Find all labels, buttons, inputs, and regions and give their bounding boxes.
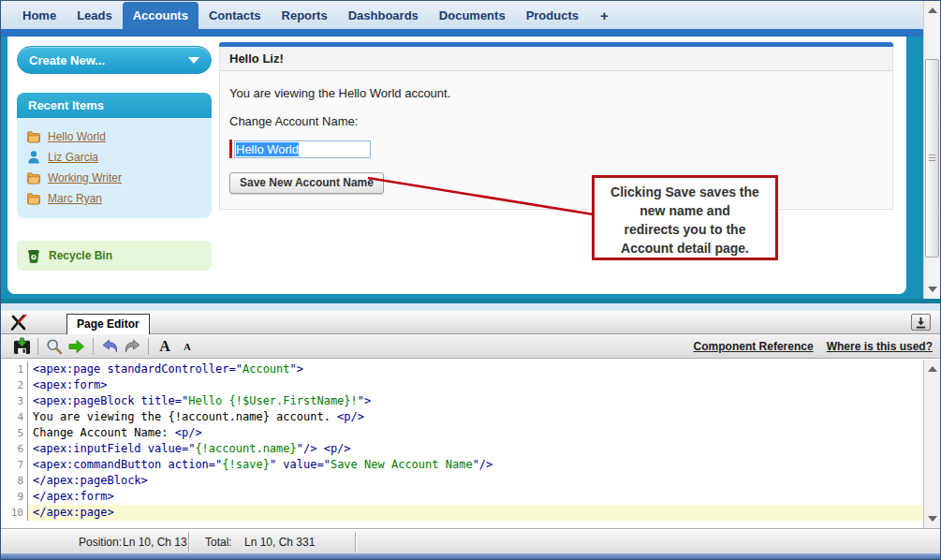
editor-links: Component Reference Where is this used? — [694, 334, 933, 359]
recent-item-link[interactable]: Liz Garcia — [48, 151, 98, 164]
recent-item-working-writer: Working Writer — [26, 168, 202, 188]
code-line-4[interactable]: 4You are viewing the {!account.name} acc… — [1, 409, 923, 425]
splitter-strip — [1, 303, 940, 311]
recent-item-hello-world: Hello World — [26, 126, 202, 147]
scroll-up-icon[interactable] — [924, 3, 940, 18]
recent-items-list: Hello WorldLiz GarciaWorking WriterMarc … — [17, 118, 212, 218]
code-text: <apex:form> — [27, 377, 923, 393]
code-line-5[interactable]: 5Change Account Name: <p/> — [1, 425, 923, 441]
redo-icon — [124, 339, 141, 354]
goto-line-button[interactable] — [66, 336, 88, 357]
toolbar-separator — [37, 338, 38, 355]
where-is-this-used-link[interactable]: Where is this used? — [827, 340, 933, 353]
recent-item-link[interactable]: Hello World — [48, 130, 106, 143]
add-tab-button[interactable]: + — [589, 2, 620, 29]
scrollbar-thumb[interactable] — [925, 59, 939, 258]
recent-items-header: Recent Items — [17, 93, 212, 118]
recent-item-marc-ryan: Marc Ryan — [26, 188, 202, 209]
recycle-bin[interactable]: Recycle Bin — [17, 241, 212, 271]
save-button[interactable] — [10, 336, 33, 357]
editor-status-bar: Position: Ln 10, Ch 13 Total: Ln 10, Ch … — [1, 528, 940, 555]
code-line-2[interactable]: 2<apex:form> — [1, 377, 923, 393]
code-line-10[interactable]: 10</apex:page> — [1, 505, 923, 521]
window-bottom-edge — [1, 553, 940, 559]
tab-documents[interactable]: Documents — [429, 2, 516, 29]
editor-toolbar: A A Component Reference Where is this us… — [1, 334, 940, 359]
code-editor[interactable]: 1<apex:page standardController="Account"… — [1, 360, 940, 528]
code-line-3[interactable]: 3<apex:pageBlock title="Hello {!$User.Fi… — [1, 393, 923, 409]
required-field-indicator — [229, 140, 232, 158]
account-name-input[interactable]: Hello World — [234, 140, 371, 158]
scroll-down-icon[interactable] — [924, 282, 940, 297]
preview-scrollbar[interactable] — [923, 1, 940, 299]
code-line-6[interactable]: 6<apex:inputField value="{!account.name}… — [1, 441, 923, 457]
callout-box: Clicking Save saves thenew name andredir… — [592, 175, 778, 260]
code-text: <apex:page standardController="Account"> — [27, 361, 923, 377]
tab-leads[interactable]: Leads — [66, 2, 123, 29]
editor-tab-bar: Page Editor — [1, 311, 940, 334]
folder-icon — [26, 170, 41, 185]
code-text: </apex:page> — [27, 505, 923, 521]
code-line-1[interactable]: 1<apex:page standardController="Account"… — [1, 361, 923, 377]
sidebar: Create New... Recent Items Hello WorldLi… — [17, 46, 212, 271]
viewing-text: You are viewing the Hello World account. — [229, 86, 883, 100]
toolbar-separator — [148, 338, 149, 355]
collapse-arrow-icon — [915, 317, 927, 329]
tab-dashboards[interactable]: Dashboards — [338, 2, 429, 29]
total-label: Total: — [205, 536, 232, 549]
code-line-8[interactable]: 8</apex:pageBlock> — [1, 473, 923, 489]
find-button[interactable] — [43, 336, 66, 357]
thumb-grip — [929, 155, 935, 161]
callout-text-line: new name and — [595, 201, 775, 220]
recent-item-link[interactable]: Marc Ryan — [48, 192, 102, 205]
code-line-9[interactable]: 9</apex:form> — [1, 489, 923, 505]
line-number: 6 — [1, 441, 27, 457]
font-decrease-icon: A — [184, 341, 191, 352]
code-lines: 1<apex:page standardController="Account"… — [1, 361, 923, 521]
page-editor-panel: Page Editor — [1, 311, 940, 559]
folder-icon — [26, 191, 41, 206]
tab-contacts[interactable]: Contacts — [198, 2, 272, 29]
create-new-label: Create New... — [29, 53, 105, 67]
recent-item-link[interactable]: Working Writer — [48, 171, 122, 184]
save-new-account-name-button[interactable]: Save New Account Name — [229, 172, 384, 194]
font-increase-button[interactable]: A — [154, 336, 176, 357]
total-value: Ln 10, Ch 331 — [244, 536, 315, 549]
code-text: </apex:pageBlock> — [27, 473, 923, 489]
recent-items-title: Recent Items — [28, 98, 104, 112]
code-text: <apex:inputField value="{!account.name}"… — [27, 441, 923, 457]
redo-button[interactable] — [121, 336, 143, 357]
line-number: 5 — [1, 425, 27, 441]
tab-reports[interactable]: Reports — [272, 2, 338, 29]
scroll-down-icon[interactable] — [924, 511, 940, 526]
component-reference-link[interactable]: Component Reference — [694, 340, 814, 353]
line-number: 10 — [1, 505, 27, 521]
font-increase-icon: A — [159, 338, 170, 355]
folder-icon — [26, 129, 41, 144]
close-editor-icon[interactable] — [9, 314, 28, 332]
line-number: 2 — [1, 377, 27, 393]
create-new-button[interactable]: Create New... — [17, 46, 212, 74]
code-scrollbar[interactable] — [923, 360, 940, 528]
collapse-editor-button[interactable] — [911, 314, 931, 331]
callout-text-line: Account detail page. — [595, 239, 775, 258]
tab-home[interactable]: Home — [12, 2, 66, 29]
tab-products[interactable]: Products — [516, 2, 589, 29]
selected-text: Hello World — [236, 142, 299, 156]
chevron-down-icon — [188, 57, 199, 64]
line-number: 9 — [1, 489, 27, 505]
undo-button[interactable] — [98, 336, 121, 357]
tab-accounts[interactable]: Accounts — [123, 2, 198, 29]
magnifier-icon — [46, 338, 63, 355]
position-label: Position: — [79, 536, 122, 549]
page-block-body: You are viewing the Hello World account.… — [219, 71, 893, 210]
status-divider — [355, 532, 357, 553]
position-value: Ln 10, Ch 13 — [123, 536, 187, 549]
scroll-up-icon[interactable] — [924, 361, 940, 376]
line-number: 3 — [1, 393, 27, 409]
save-icon — [13, 337, 31, 355]
page-editor-tab[interactable]: Page Editor — [66, 314, 150, 334]
font-decrease-button[interactable]: A — [176, 336, 198, 357]
code-line-7[interactable]: 7<apex:commandButton action="{!save}" va… — [1, 457, 923, 473]
page-block-header: Hello Liz! — [219, 47, 893, 71]
